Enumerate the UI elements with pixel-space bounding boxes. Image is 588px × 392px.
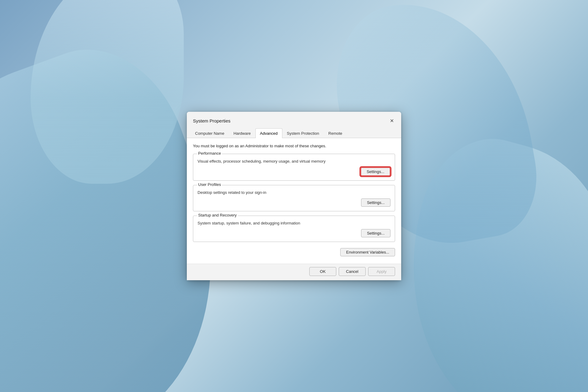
- system-properties-dialog: System Properties ✕ Computer Name Hardwa…: [187, 112, 401, 280]
- startup-recovery-actions: Settings...: [198, 229, 390, 237]
- dialog-title: System Properties: [193, 118, 231, 123]
- user-profiles-section: User Profiles Desktop settings related t…: [193, 185, 395, 211]
- admin-notice: You must be logged on as an Administrato…: [193, 144, 395, 148]
- performance-legend: Performance: [197, 151, 222, 156]
- user-profiles-description: Desktop settings related to your sign-in: [198, 190, 390, 195]
- user-profiles-legend: User Profiles: [197, 182, 222, 187]
- startup-recovery-section: Startup and Recovery System startup, sys…: [193, 216, 395, 242]
- performance-settings-button[interactable]: Settings...: [360, 167, 390, 176]
- dialog-buttons: OK Cancel Apply: [309, 267, 395, 276]
- startup-recovery-legend: Startup and Recovery: [197, 213, 238, 217]
- performance-description: Visual effects, processor scheduling, me…: [198, 159, 390, 164]
- tabs-bar: Computer Name Hardware Advanced System P…: [187, 128, 401, 138]
- close-button[interactable]: ✕: [387, 116, 396, 125]
- startup-recovery-body: System startup, system failure, and debu…: [193, 216, 395, 242]
- apply-button[interactable]: Apply: [368, 267, 395, 276]
- dialog-footer: OK Cancel Apply: [187, 264, 401, 280]
- startup-recovery-description: System startup, system failure, and debu…: [198, 221, 390, 225]
- startup-recovery-settings-button[interactable]: Settings...: [361, 229, 390, 237]
- environment-variables-button[interactable]: Environment Variables...: [340, 248, 395, 256]
- tab-remote[interactable]: Remote: [324, 128, 347, 138]
- performance-actions: Settings...: [198, 167, 390, 176]
- user-profiles-body: Desktop settings related to your sign-in…: [193, 185, 395, 211]
- env-vars-row: Environment Variables...: [193, 246, 395, 259]
- performance-section: Performance Visual effects, processor sc…: [193, 154, 395, 181]
- cancel-button[interactable]: Cancel: [339, 267, 366, 276]
- tab-content: You must be logged on as an Administrato…: [187, 138, 401, 264]
- tab-hardware[interactable]: Hardware: [229, 128, 255, 138]
- title-bar: System Properties ✕: [187, 112, 401, 128]
- tab-computer-name[interactable]: Computer Name: [190, 128, 229, 138]
- tab-system-protection[interactable]: System Protection: [282, 128, 324, 138]
- user-profiles-actions: Settings...: [198, 198, 390, 207]
- ok-button[interactable]: OK: [309, 267, 336, 276]
- tab-advanced[interactable]: Advanced: [255, 128, 282, 138]
- performance-body: Visual effects, processor scheduling, me…: [193, 154, 395, 180]
- user-profiles-settings-button[interactable]: Settings...: [361, 198, 390, 207]
